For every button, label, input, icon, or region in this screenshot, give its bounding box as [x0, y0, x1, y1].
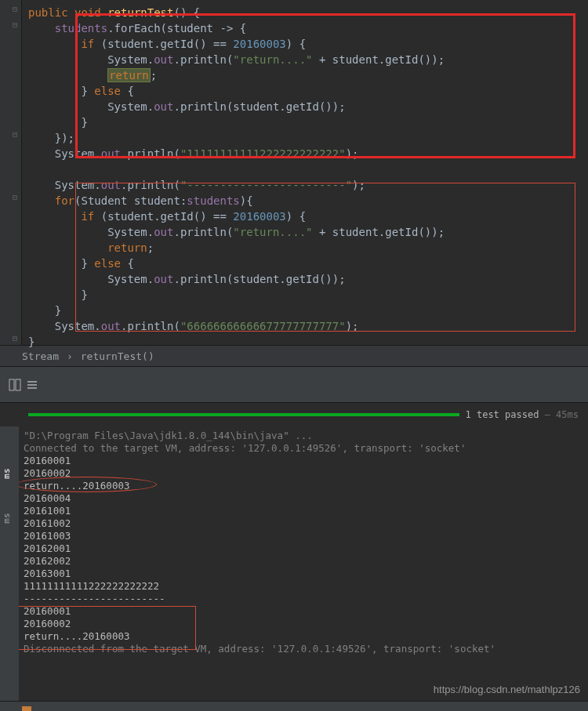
fold-icon[interactable]: ⊟	[11, 335, 19, 343]
side-tabs: ms ms	[0, 426, 19, 701]
layout-icon[interactable]	[6, 376, 24, 394]
highlight-box-foreach	[75, 13, 575, 158]
side-tab-1[interactable]: ms	[0, 458, 13, 489]
fold-icon[interactable]: ⊟	[11, 21, 19, 29]
fold-icon[interactable]: ⊟	[11, 131, 19, 139]
code-editor[interactable]: public void returnTest() { students.forE…	[22, 0, 588, 345]
fold-icon[interactable]: ⊟	[11, 5, 19, 13]
side-tab-2[interactable]: ms	[0, 502, 13, 534]
svg-rect-0	[9, 379, 14, 390]
svg-rect-1	[16, 379, 20, 390]
editor-gutter: ⊟ ⊟ ⊟ ⊟ ⊟	[0, 0, 22, 345]
bottom-tabs	[0, 701, 588, 711]
breadcrumb-sep: ›	[67, 350, 73, 362]
breadcrumb[interactable]: Stream › returnTest()	[0, 345, 588, 367]
watermark: https://blog.csdn.net/mathlpz126	[434, 684, 580, 696]
run-toolbar	[0, 367, 588, 403]
folder-icon[interactable]	[22, 706, 31, 712]
breadcrumb-method[interactable]: returnTest()	[81, 350, 154, 362]
settings-icon[interactable]	[24, 376, 41, 394]
breadcrumb-class[interactable]: Stream	[22, 350, 59, 362]
fold-icon[interactable]: ⊟	[11, 194, 19, 201]
progress-bar	[28, 413, 459, 416]
test-progress: 1 test passed – 45ms	[0, 403, 588, 426]
console-output[interactable]: "D:\Program Files\Java\jdk1.8.0_144\bin\…	[19, 426, 588, 701]
progress-text: 1 test passed – 45ms	[466, 409, 589, 420]
